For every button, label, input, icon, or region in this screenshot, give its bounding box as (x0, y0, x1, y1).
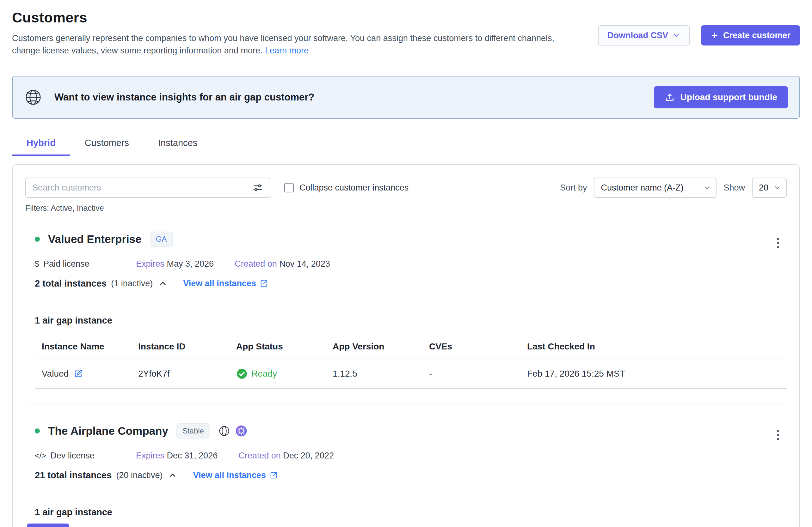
customers-page: Customers Customers generally represent … (0, 0, 812, 527)
active-status-dot (35, 237, 40, 242)
tab-customers[interactable]: Customers (70, 133, 144, 156)
instance-name-cell: Valued (35, 369, 131, 379)
instances-table: Instance Name Instance ID App Status App… (35, 338, 787, 389)
expires-field: Expires Dec 31, 2026 (136, 451, 218, 461)
view-all-instances-link[interactable]: View all instances (183, 278, 268, 288)
instances-summary-row: 2 total instances (1 inactive) View all … (35, 278, 787, 289)
upload-support-bundle-button[interactable]: Upload support bundle (654, 86, 788, 108)
code-icon: </> (35, 451, 46, 460)
app-status-text: Ready (251, 369, 277, 379)
column-header-instance-name: Instance Name (35, 342, 131, 352)
sort-select[interactable]: Customer name (A-Z) (594, 178, 716, 198)
view-all-instances-link[interactable]: View all instances (193, 470, 278, 480)
helm-kubernetes-icon (235, 425, 247, 437)
customer-name[interactable]: Valued Enterprise (48, 233, 142, 245)
expires-value: Dec 31, 2026 (167, 451, 218, 460)
instance-name: Valued (42, 369, 69, 379)
show-select-value: 20 (759, 183, 768, 193)
search-box (25, 178, 270, 198)
edit-icon[interactable] (74, 369, 83, 378)
column-header-app-version: App Version (326, 342, 422, 352)
dollar-icon: $ (35, 259, 39, 269)
check-circle-icon (236, 368, 248, 379)
collapse-instances-label: Collapse customer instances (300, 183, 408, 193)
instances-count: 21 total instances (35, 470, 112, 481)
created-on-value: Dec 20, 2022 (283, 451, 334, 460)
license-type-label: Dev license (50, 451, 95, 461)
plus-icon (710, 31, 719, 40)
toolbar-right: Sort by Customer name (A-Z) Show 20 (560, 178, 787, 198)
chevron-up-icon[interactable] (157, 278, 169, 289)
app-status-cell: Ready (229, 368, 326, 379)
kebab-menu-icon[interactable] (774, 235, 782, 252)
sort-select-value: Customer name (A-Z) (601, 183, 683, 193)
view-all-instances-label: View all instances (193, 470, 266, 480)
instances-inactive-count: (1 inactive) (111, 278, 153, 288)
license-type-label: Paid license (43, 259, 89, 269)
last-checked-in-cell: Feb 17, 2026 15:25 MST (520, 369, 787, 379)
cves-cell: - (422, 369, 520, 379)
chevron-down-icon (773, 184, 781, 192)
channel-badge: GA (150, 231, 173, 247)
install-type-icons (218, 425, 247, 437)
page-header: Customers Customers generally represent … (12, 10, 800, 57)
expires-label: Expires (136, 451, 164, 460)
customer-name[interactable]: The Airplane Company (48, 425, 168, 437)
collapse-instances-checkbox[interactable] (284, 183, 294, 192)
kebab-menu-icon[interactable] (774, 426, 782, 443)
download-csv-button[interactable]: Download CSV (598, 25, 690, 45)
column-header-cves: CVEs (422, 342, 520, 352)
instance-id-cell: 2YfoK7f (131, 369, 229, 379)
page-header-actions: Download CSV Create customer (598, 25, 800, 45)
created-field: Created on Dec 20, 2022 (238, 451, 334, 461)
collapse-instances-control[interactable]: Collapse customer instances (284, 183, 408, 193)
expires-field: Expires May 3, 2026 (136, 259, 214, 269)
create-customer-button[interactable]: Create customer (701, 25, 800, 45)
column-header-instance-id: Instance ID (131, 342, 229, 352)
show-label: Show (723, 183, 745, 193)
created-on-label: Created on (235, 259, 277, 269)
active-status-dot (35, 428, 40, 434)
chevron-up-icon[interactable] (167, 469, 178, 481)
page-header-left: Customers Customers generally represent … (12, 10, 568, 57)
expires-value: May 3, 2026 (167, 259, 214, 269)
app-version-cell: 1.12.5 (326, 369, 422, 379)
customer-the-airplane-company: The Airplane Company Stable (25, 418, 787, 527)
created-on-label: Created on (238, 451, 281, 460)
show-select[interactable]: 20 (752, 178, 787, 198)
view-all-instances-label: View all instances (183, 278, 256, 288)
upload-support-bundle-label: Upload support bundle (680, 92, 777, 102)
horizontal-scrollbar-thumb[interactable] (27, 524, 69, 527)
upload-icon (665, 92, 675, 102)
external-link-icon (260, 279, 268, 287)
filter-sliders-icon[interactable] (252, 182, 263, 193)
airgap-instance-count: 1 air gap instance (35, 507, 787, 517)
table-row: Valued 2YfoK7f Ready 1.12.5 - Feb (35, 359, 787, 389)
sort-by-label: Sort by (560, 183, 587, 193)
instances-table-header: Instance Name Instance ID App Status App… (35, 338, 787, 359)
customer-header: The Airplane Company Stable (35, 418, 787, 443)
learn-more-link[interactable]: Learn more (265, 46, 309, 55)
search-input[interactable] (32, 183, 248, 193)
tab-hybrid[interactable]: Hybrid (12, 133, 70, 156)
instances-summary-row: 21 total instances (20 inactive) View al… (35, 469, 787, 481)
column-header-app-status: App Status (229, 342, 326, 352)
column-header-last-checked-in: Last Checked In (520, 342, 787, 352)
customer-meta-row: </> Dev license Expires Dec 31, 2026 Cre… (35, 451, 787, 461)
active-filters-text: Filters: Active, Inactive (25, 204, 787, 213)
instances-count: 2 total instances (35, 278, 106, 289)
download-csv-label: Download CSV (607, 31, 668, 41)
external-link-icon (270, 471, 278, 479)
customer-meta-row: $ Paid license Expires May 3, 2026 Creat… (35, 259, 787, 269)
chevron-down-icon (672, 32, 680, 39)
customers-card: Collapse customer instances Sort by Cust… (12, 164, 800, 527)
customers-toolbar: Collapse customer instances Sort by Cust… (25, 178, 787, 198)
tab-instances[interactable]: Instances (144, 133, 212, 156)
license-type: $ Paid license (35, 259, 136, 269)
page-description: Customers generally represent the compan… (12, 32, 568, 57)
customer-valued-enterprise: Valued Enterprise GA $ Paid license Expi… (25, 227, 787, 389)
globe-icon (218, 425, 230, 437)
airgap-banner-title: Want to view instance insights for an ai… (54, 92, 314, 103)
channel-badge: Stable (176, 423, 210, 438)
page-title: Customers (12, 10, 568, 26)
